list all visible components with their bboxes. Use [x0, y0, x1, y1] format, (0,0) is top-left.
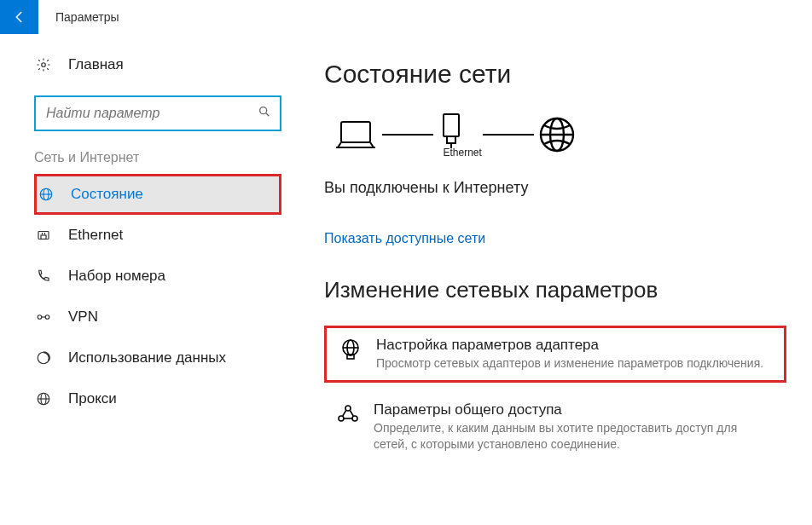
svg-point-11 — [45, 315, 49, 320]
back-button[interactable] — [0, 0, 38, 34]
globe-icon — [37, 187, 55, 202]
globe-large-icon — [537, 115, 577, 154]
window-title: Параметры — [55, 10, 119, 24]
connection-line — [382, 134, 433, 136]
option-adapter-settings[interactable]: Настройка параметров адаптера Просмотр с… — [324, 326, 786, 383]
svg-rect-19 — [447, 136, 455, 143]
sharing-icon — [336, 401, 360, 453]
search-box[interactable] — [34, 95, 281, 131]
option-sharing-settings[interactable]: Параметры общего доступа Определите, к к… — [324, 393, 786, 461]
svg-line-2 — [266, 113, 269, 116]
phone-icon — [34, 268, 53, 284]
svg-line-31 — [343, 410, 347, 417]
sidebar-item-ethernet[interactable]: Ethernet — [34, 215, 281, 256]
sidebar-item-dialup[interactable]: Набор номера — [34, 256, 281, 297]
option-title: Настройка параметров адаптера — [376, 337, 763, 354]
arrow-left-icon — [12, 9, 27, 25]
sidebar-item-vpn[interactable]: VPN — [34, 297, 281, 338]
svg-rect-7 — [41, 235, 46, 239]
ethernet-icon — [34, 228, 53, 243]
search-icon — [258, 105, 271, 122]
search-input[interactable] — [46, 106, 258, 121]
sidebar-group-label: Сеть и Интернет — [34, 150, 281, 165]
show-networks-link[interactable]: Показать доступные сети — [324, 231, 485, 246]
svg-rect-27 — [347, 355, 354, 359]
titlebar: Параметры — [0, 0, 812, 34]
sidebar-home[interactable]: Главная — [34, 49, 281, 80]
sidebar-item-status[interactable]: Состояние — [34, 174, 281, 215]
data-usage-icon — [34, 350, 53, 366]
sidebar: Главная Сеть и Интернет Состояние Ethern… — [0, 34, 316, 525]
svg-point-29 — [339, 416, 344, 421]
sidebar-item-datausage[interactable]: Использование данных — [34, 338, 281, 378]
svg-line-32 — [350, 410, 354, 417]
page-heading: Состояние сети — [324, 60, 786, 89]
gear-icon — [34, 57, 53, 72]
sidebar-item-label: Состояние — [71, 186, 143, 203]
sidebar-item-label: Использование данных — [68, 349, 226, 366]
ethernet-label: Ethernet — [441, 147, 484, 159]
svg-rect-17 — [341, 122, 370, 142]
router-icon — [437, 111, 466, 148]
svg-point-30 — [352, 416, 357, 421]
vpn-icon — [34, 309, 53, 325]
sidebar-item-label: Набор номера — [68, 268, 165, 285]
option-title: Параметры общего доступа — [374, 401, 774, 418]
connection-line — [483, 134, 534, 136]
option-description: Определите, к каким данным вы хотите пре… — [374, 420, 774, 453]
globe-icon — [34, 391, 53, 407]
connection-status-text: Вы подключены к Интернету — [324, 179, 786, 197]
option-description: Просмотр сетевых адаптеров и изменение п… — [376, 355, 763, 372]
sidebar-item-label: Ethernet — [68, 227, 123, 244]
adapter-icon — [339, 337, 362, 372]
network-diagram: Ethernet — [333, 111, 786, 159]
svg-point-10 — [38, 315, 42, 320]
section-subheading: Изменение сетевых параметров — [324, 277, 786, 303]
svg-rect-18 — [444, 114, 459, 136]
sidebar-item-label: VPN — [68, 309, 98, 326]
sidebar-item-label: Прокси — [68, 390, 117, 407]
sidebar-item-proxy[interactable]: Прокси — [34, 378, 281, 419]
svg-point-0 — [42, 63, 46, 67]
laptop-icon — [333, 117, 379, 153]
svg-point-1 — [260, 107, 267, 114]
home-label: Главная — [68, 56, 124, 73]
content-area: Состояние сети Ethernet Вы подключены к … — [316, 34, 812, 525]
